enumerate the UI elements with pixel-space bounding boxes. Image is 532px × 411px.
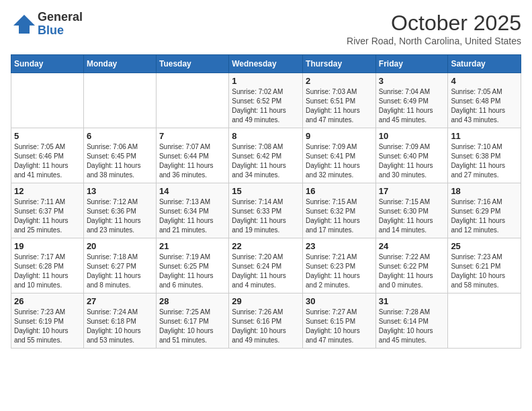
calendar-cell: 21Sunrise: 7:19 AM Sunset: 6:25 PM Dayli… [156,238,228,293]
day-info: Sunrise: 7:04 AM Sunset: 6:49 PM Dayligh… [379,87,445,125]
day-number: 5 [14,131,81,141]
calendar-cell: 16Sunrise: 7:15 AM Sunset: 6:32 PM Dayli… [303,183,376,238]
header-cell-monday: Monday [83,55,156,73]
calendar-cell: 3Sunrise: 7:04 AM Sunset: 6:49 PM Daylig… [375,73,448,128]
day-number: 17 [379,186,445,196]
day-number: 25 [451,241,518,251]
day-number: 4 [451,76,518,86]
day-number: 11 [451,131,518,141]
calendar-cell: 15Sunrise: 7:14 AM Sunset: 6:33 PM Dayli… [229,183,303,238]
day-number: 12 [14,186,81,196]
day-number: 21 [159,241,226,251]
day-info: Sunrise: 7:26 AM Sunset: 6:16 PM Dayligh… [232,308,300,345]
day-info: Sunrise: 7:02 AM Sunset: 6:52 PM Dayligh… [232,87,300,125]
day-number: 18 [451,186,518,196]
day-info: Sunrise: 7:06 AM Sunset: 6:45 PM Dayligh… [87,142,153,180]
day-info: Sunrise: 7:19 AM Sunset: 6:25 PM Dayligh… [159,253,226,290]
header-cell-sunday: Sunday [11,55,84,73]
day-number: 26 [14,296,81,306]
calendar-cell: 29Sunrise: 7:26 AM Sunset: 6:16 PM Dayli… [229,293,303,349]
day-info: Sunrise: 7:13 AM Sunset: 6:34 PM Dayligh… [159,197,226,235]
day-number: 7 [159,131,226,141]
day-info: Sunrise: 7:10 AM Sunset: 6:38 PM Dayligh… [451,142,518,180]
calendar-cell: 24Sunrise: 7:22 AM Sunset: 6:22 PM Dayli… [375,238,448,293]
day-number: 9 [306,131,373,141]
day-info: Sunrise: 7:23 AM Sunset: 6:19 PM Dayligh… [14,308,81,345]
calendar-cell: 20Sunrise: 7:18 AM Sunset: 6:27 PM Dayli… [83,238,156,293]
day-number: 3 [379,76,445,86]
calendar-cell: 23Sunrise: 7:21 AM Sunset: 6:23 PM Dayli… [303,238,376,293]
day-number: 2 [306,76,373,86]
day-info: Sunrise: 7:05 AM Sunset: 6:48 PM Dayligh… [451,87,518,125]
day-number: 15 [232,186,300,196]
calendar-cell: 12Sunrise: 7:11 AM Sunset: 6:37 PM Dayli… [11,183,84,238]
week-row-4: 19Sunrise: 7:17 AM Sunset: 6:28 PM Dayli… [11,238,521,293]
page-header: General Blue October 2025 River Road, No… [11,11,521,46]
day-info: Sunrise: 7:23 AM Sunset: 6:21 PM Dayligh… [451,253,518,290]
logo-text: General Blue [38,11,83,38]
calendar-cell: 8Sunrise: 7:08 AM Sunset: 6:42 PM Daylig… [229,128,303,183]
week-row-1: 1Sunrise: 7:02 AM Sunset: 6:52 PM Daylig… [11,73,521,128]
calendar-header: SundayMondayTuesdayWednesdayThursdayFrid… [11,55,521,73]
calendar-cell: 25Sunrise: 7:23 AM Sunset: 6:21 PM Dayli… [448,238,521,293]
calendar-cell [448,293,521,349]
day-number: 24 [379,241,445,251]
day-info: Sunrise: 7:21 AM Sunset: 6:23 PM Dayligh… [306,253,373,290]
calendar-cell: 1Sunrise: 7:02 AM Sunset: 6:52 PM Daylig… [229,73,303,128]
logo-general: General [38,11,83,24]
calendar-cell [156,73,228,128]
day-number: 29 [232,296,300,306]
calendar-cell: 7Sunrise: 7:07 AM Sunset: 6:44 PM Daylig… [156,128,228,183]
calendar-cell: 10Sunrise: 7:09 AM Sunset: 6:40 PM Dayli… [375,128,448,183]
calendar-cell: 14Sunrise: 7:13 AM Sunset: 6:34 PM Dayli… [156,183,228,238]
calendar-cell: 13Sunrise: 7:12 AM Sunset: 6:36 PM Dayli… [83,183,156,238]
day-info: Sunrise: 7:18 AM Sunset: 6:27 PM Dayligh… [87,253,153,290]
calendar-cell: 2Sunrise: 7:03 AM Sunset: 6:51 PM Daylig… [303,73,376,128]
calendar-cell: 19Sunrise: 7:17 AM Sunset: 6:28 PM Dayli… [11,238,84,293]
calendar-cell: 11Sunrise: 7:10 AM Sunset: 6:38 PM Dayli… [448,128,521,183]
calendar-cell: 9Sunrise: 7:09 AM Sunset: 6:41 PM Daylig… [303,128,376,183]
day-info: Sunrise: 7:16 AM Sunset: 6:29 PM Dayligh… [451,197,518,235]
calendar-cell: 27Sunrise: 7:24 AM Sunset: 6:18 PM Dayli… [83,293,156,349]
day-number: 10 [379,131,445,141]
calendar-cell: 5Sunrise: 7:05 AM Sunset: 6:46 PM Daylig… [11,128,84,183]
day-number: 22 [232,241,300,251]
calendar-cell: 31Sunrise: 7:28 AM Sunset: 6:14 PM Dayli… [375,293,448,349]
svg-marker-0 [13,15,35,34]
week-row-5: 26Sunrise: 7:23 AM Sunset: 6:19 PM Dayli… [11,293,521,349]
day-number: 30 [306,296,373,306]
day-number: 28 [159,296,226,306]
day-number: 1 [232,76,300,86]
calendar-cell: 4Sunrise: 7:05 AM Sunset: 6:48 PM Daylig… [448,73,521,128]
day-info: Sunrise: 7:15 AM Sunset: 6:30 PM Dayligh… [379,197,445,235]
header-cell-saturday: Saturday [448,55,521,73]
day-info: Sunrise: 7:20 AM Sunset: 6:24 PM Dayligh… [232,253,300,290]
week-row-2: 5Sunrise: 7:05 AM Sunset: 6:46 PM Daylig… [11,128,521,183]
header-row: SundayMondayTuesdayWednesdayThursdayFrid… [11,55,521,73]
calendar-cell [11,73,84,128]
calendar-cell: 6Sunrise: 7:06 AM Sunset: 6:45 PM Daylig… [83,128,156,183]
day-number: 19 [14,241,81,251]
day-number: 13 [87,186,153,196]
day-number: 16 [306,186,373,196]
day-info: Sunrise: 7:22 AM Sunset: 6:22 PM Dayligh… [379,253,445,290]
calendar-cell [83,73,156,128]
week-row-3: 12Sunrise: 7:11 AM Sunset: 6:37 PM Dayli… [11,183,521,238]
day-number: 27 [87,296,153,306]
calendar-table: SundayMondayTuesdayWednesdayThursdayFrid… [11,54,521,349]
day-info: Sunrise: 7:15 AM Sunset: 6:32 PM Dayligh… [306,197,373,235]
header-cell-tuesday: Tuesday [156,55,228,73]
calendar-cell: 30Sunrise: 7:27 AM Sunset: 6:15 PM Dayli… [303,293,376,349]
day-info: Sunrise: 7:05 AM Sunset: 6:46 PM Dayligh… [14,142,81,180]
header-cell-thursday: Thursday [303,55,376,73]
day-info: Sunrise: 7:07 AM Sunset: 6:44 PM Dayligh… [159,142,226,180]
calendar-cell: 26Sunrise: 7:23 AM Sunset: 6:19 PM Dayli… [11,293,84,349]
header-cell-friday: Friday [375,55,448,73]
day-info: Sunrise: 7:03 AM Sunset: 6:51 PM Dayligh… [306,87,373,125]
calendar-cell: 28Sunrise: 7:25 AM Sunset: 6:17 PM Dayli… [156,293,228,349]
title-block: October 2025 River Road, North Carolina,… [347,11,521,46]
day-number: 6 [87,131,153,141]
logo-icon [11,12,35,36]
calendar-cell: 18Sunrise: 7:16 AM Sunset: 6:29 PM Dayli… [448,183,521,238]
location: River Road, North Carolina, United State… [347,36,521,46]
